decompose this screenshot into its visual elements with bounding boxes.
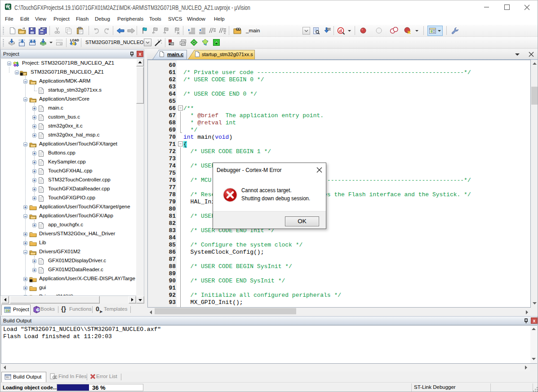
svg-text:LOAD: LOAD — [70, 39, 79, 42]
svg-text:d: d — [339, 28, 342, 33]
svg-text:s: s — [9, 7, 10, 10]
svg-text:?: ? — [37, 308, 39, 312]
